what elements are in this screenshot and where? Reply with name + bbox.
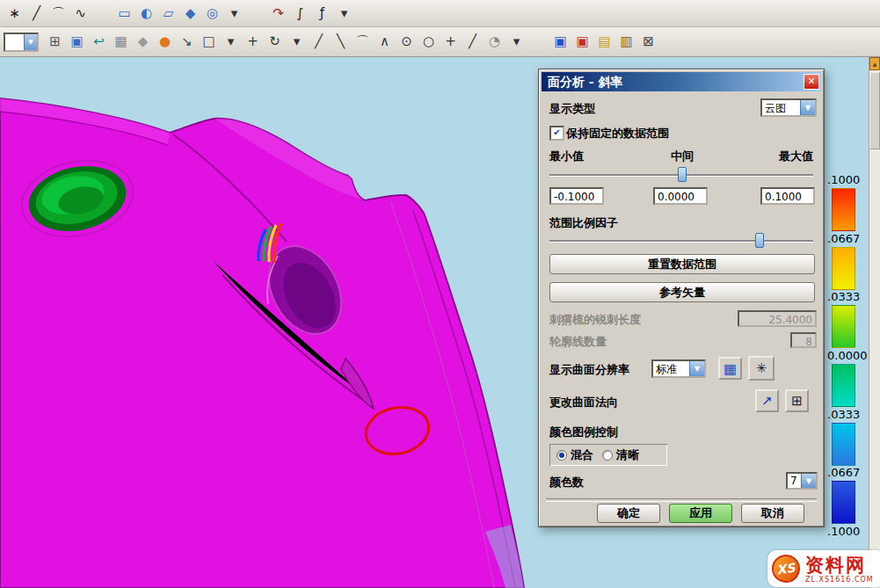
bridge-curve-icon[interactable]: ↷ — [268, 4, 288, 24]
flip-normal-button[interactable]: ↗ — [755, 389, 779, 412]
toolbar-spacer — [246, 4, 266, 24]
hedgehog-length-input: 25.4000 — [738, 310, 817, 327]
close-icon: ✕ — [807, 76, 815, 87]
ok-button[interactable]: 确定 — [597, 504, 660, 523]
blend-radio-label: 混合 — [571, 447, 593, 463]
wireframe-view-icon[interactable]: ▦ — [111, 32, 131, 52]
revolve-icon[interactable]: ◐ — [136, 4, 156, 24]
chevron-down-icon[interactable]: ▾ — [287, 32, 307, 52]
apply-button[interactable]: 应用 — [669, 504, 732, 523]
snap-corner-icon[interactable]: ↘ — [177, 32, 197, 52]
chevron-down-icon[interactable]: ▼ — [801, 474, 816, 488]
snap-center-icon[interactable]: ⊙ — [396, 32, 417, 52]
arc-icon[interactable]: ⌒ — [48, 4, 69, 24]
watermark: XS 资料网 ZL.XS1616.COM — [767, 550, 880, 587]
back-orient-icon[interactable]: ↩ — [89, 32, 109, 52]
display-type-select[interactable]: 云图 ▼ — [760, 98, 817, 117]
min-label: 最小值 — [549, 149, 584, 164]
snap-segment-icon[interactable]: ╲ — [331, 32, 351, 52]
law-curve-icon[interactable]: ƒ — [312, 4, 332, 24]
shaded-view-icon[interactable]: ▣ — [67, 32, 87, 52]
snap-arc-icon[interactable]: ⌒ — [353, 32, 373, 52]
sheet-body-icon[interactable]: ▱ — [158, 4, 178, 24]
range-scale-slider-track[interactable] — [549, 240, 813, 242]
reference-vector-button[interactable]: 参考矢量 — [549, 282, 815, 302]
mid-value-slider-handle[interactable] — [678, 167, 687, 182]
studio-spline-icon[interactable]: ∿ — [70, 4, 91, 24]
view-toolbar: ▼ ⊞▣↩▦◆●↘□▾+↻▾╱╲⌒∧⊙○+╱◔▾▣▣▤▥⊠ — [0, 27, 880, 57]
legend-label: .1000 — [827, 526, 869, 538]
view-toolbar-icons: ⊞▣↩▦◆●↘□▾+↻▾╱╲⌒∧⊙○+╱◔▾▣▣▤▥⊠ — [44, 32, 659, 52]
snap-quadrant-icon[interactable]: ◔ — [484, 32, 505, 52]
dialog-titlebar[interactable]: 面分析 - 斜率 — [542, 72, 821, 91]
chevron-down-icon[interactable]: ▾ — [334, 4, 354, 24]
blue-cube-icon[interactable]: ▣ — [550, 32, 571, 52]
snap-slash-icon[interactable]: ╱ — [462, 32, 483, 52]
clipboard-icon[interactable]: ▤ — [594, 32, 615, 52]
selection-filter-value — [5, 34, 24, 50]
hedgehog-display-button[interactable]: ✳ — [748, 356, 775, 381]
surface-icon[interactable]: ◆ — [180, 4, 200, 24]
hedgehog-length-label: 刺猬梳的锐刺长度 — [549, 312, 641, 328]
vector-arrow-icon: ↗ — [761, 393, 773, 409]
resolution-select[interactable]: 标准 ▼ — [651, 359, 706, 378]
scroll-up-button[interactable]: ▲ — [869, 57, 880, 70]
surface-normal-label: 更改曲面法向 — [549, 395, 618, 410]
resolution-value: 标准 — [653, 361, 689, 376]
blend-radio[interactable] — [556, 450, 567, 461]
legend-color-block — [832, 423, 855, 466]
watermark-site-name: 资料网 — [805, 555, 874, 576]
color-count-select[interactable]: 7 ▼ — [786, 472, 818, 490]
chevron-down-icon[interactable]: ▾ — [506, 32, 527, 52]
section-curve-icon[interactable]: ∫ — [290, 4, 310, 24]
close-button[interactable]: ✕ — [804, 74, 819, 90]
scrollbar-thumb[interactable] — [869, 72, 880, 149]
part-model[interactable] — [0, 57, 538, 588]
datum-csys-icon[interactable]: ⊞ — [45, 32, 65, 52]
contour-count-input: 8 — [790, 332, 817, 348]
chevron-down-icon[interactable]: ▼ — [24, 34, 37, 50]
snap-point-icon[interactable]: + — [440, 32, 461, 52]
keep-fixed-range-checkbox[interactable]: ✔ — [549, 126, 564, 141]
cancel-button[interactable]: 取消 — [741, 504, 804, 523]
legend-color-block — [832, 305, 855, 348]
chevron-down-icon[interactable]: ▾ — [221, 32, 241, 52]
vertical-scrollbar[interactable]: ▲ — [869, 57, 880, 588]
selection-filter-combo[interactable]: ▼ — [4, 33, 39, 52]
display-type-label: 显示类型 — [549, 101, 595, 117]
legend-label: .0333 — [827, 291, 869, 303]
pin-window-icon[interactable]: ▥ — [616, 32, 636, 52]
extrude-icon[interactable]: ▭ — [114, 4, 135, 24]
line-icon[interactable]: ╱ — [26, 4, 47, 24]
shaded-analysis-button[interactable]: ▦ — [718, 357, 742, 380]
pan-icon[interactable]: + — [243, 32, 263, 52]
range-scale-slider-handle[interactable] — [755, 233, 764, 248]
chevron-down-icon[interactable]: ▾ — [224, 4, 244, 24]
snap-line-icon[interactable]: ╱ — [309, 32, 329, 52]
point-tool-icon[interactable]: ∗ — [4, 4, 25, 24]
snap-circle-icon[interactable]: ○ — [418, 32, 439, 52]
normal-box-button[interactable]: ⊞ — [785, 389, 809, 412]
tube-icon[interactable]: ◎ — [202, 4, 222, 24]
reset-data-range-button[interactable]: 重置数据范围 — [549, 254, 815, 274]
min-value-input[interactable]: -0.1000 — [549, 187, 604, 205]
close-window-icon[interactable]: ⊠ — [638, 32, 658, 52]
chevron-down-icon[interactable]: ▼ — [800, 100, 815, 115]
mid-value-input[interactable]: 0.0000 — [653, 187, 708, 205]
rotate-view-icon[interactable]: ↻ — [265, 32, 285, 52]
legend-color-block — [832, 247, 855, 290]
max-value-input[interactable]: 0.1000 — [760, 187, 815, 205]
legend-label: .0667 — [827, 233, 869, 245]
contour-count-label: 轮廓线数量 — [549, 334, 607, 350]
red-cube-icon[interactable]: ▣ — [572, 32, 593, 52]
select-rectangle-icon[interactable]: □ — [199, 32, 219, 52]
snap-midpoint-icon[interactable]: ∧ — [375, 32, 395, 52]
display-type-value: 云图 — [762, 100, 800, 115]
check-icon: ✔ — [553, 127, 560, 137]
hedgehog-icon: ✳ — [756, 360, 767, 376]
sharp-radio[interactable] — [602, 450, 613, 461]
facet-body-icon[interactable]: ◆ — [133, 32, 153, 52]
chevron-down-icon[interactable]: ▼ — [689, 361, 704, 376]
material-shade-icon[interactable]: ● — [155, 32, 175, 52]
keep-fixed-range-label: 保持固定的数据范围 — [566, 126, 669, 142]
